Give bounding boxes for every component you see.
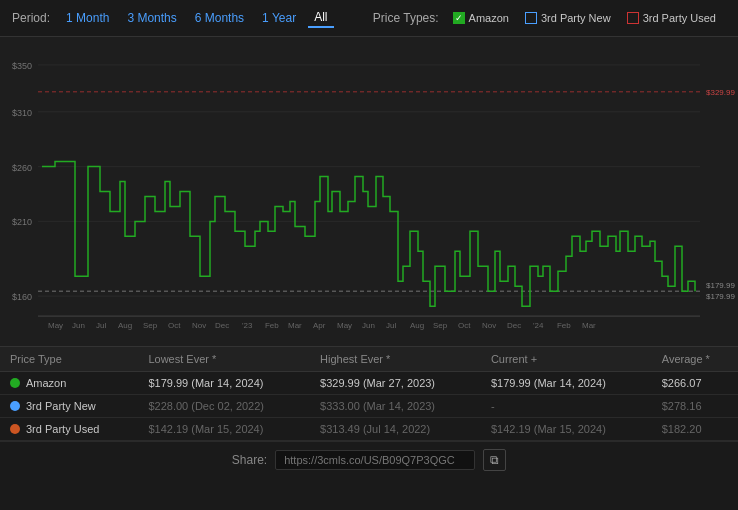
svg-text:$179.99: $179.99 [706,292,735,301]
share-bar: Share: ⧉ [0,441,738,478]
legend-third-used-label: 3rd Party Used [643,12,716,24]
col-highest: Highest Ever * [310,347,481,372]
svg-text:$310: $310 [12,108,32,118]
svg-text:Nov: Nov [192,321,206,330]
col-lowest: Lowest Ever * [138,347,310,372]
amazon-current: $179.99 (Mar 14, 2024) [481,372,652,395]
third-used-highest: $313.49 (Jul 14, 2022) [310,418,481,441]
table-row: 3rd Party Used $142.19 (Mar 15, 2024) $3… [0,418,738,441]
price-type-cell: 3rd Party Used [0,418,138,441]
third-new-box-icon [525,12,537,24]
copy-button[interactable]: ⧉ [483,449,506,471]
third-new-highest: $333.00 (Mar 14, 2023) [310,395,481,418]
svg-text:May: May [337,321,352,330]
price-types-label: Price Types: [373,11,439,25]
amazon-label: Amazon [26,377,66,389]
period-label: Period: [12,11,50,25]
chart-area: $350 $310 $260 $210 $160 $329.99 $179.99… [0,37,738,347]
svg-text:Jul: Jul [386,321,396,330]
price-table: Price Type Lowest Ever * Highest Ever * … [0,347,738,441]
third-new-lowest: $228.00 (Dec 02, 2022) [138,395,310,418]
col-current: Current + [481,347,652,372]
svg-text:Feb: Feb [265,321,279,330]
svg-text:Apr: Apr [313,321,326,330]
legend-third-new: 3rd Party New [525,12,611,24]
amazon-highest: $329.99 (Mar 27, 2023) [310,372,481,395]
table-row: 3rd Party New $228.00 (Dec 02, 2022) $33… [0,395,738,418]
legend-amazon-label: Amazon [469,12,509,24]
third-used-dot-icon [10,424,20,434]
third-used-average: $182.20 [652,418,738,441]
toolbar: Period: 1 Month 3 Months 6 Months 1 Year… [0,0,738,37]
period-1year[interactable]: 1 Year [256,9,302,27]
svg-text:Jun: Jun [362,321,375,330]
price-type-cell: 3rd Party New [0,395,138,418]
amazon-average: $266.07 [652,372,738,395]
svg-text:Oct: Oct [458,321,471,330]
table-row: Amazon $179.99 (Mar 14, 2024) $329.99 (M… [0,372,738,395]
third-used-label: 3rd Party Used [26,423,99,435]
svg-text:Jul: Jul [96,321,106,330]
svg-text:$160: $160 [12,292,32,302]
svg-text:Sep: Sep [143,321,158,330]
share-label: Share: [232,453,267,467]
amazon-dot-icon [10,378,20,388]
price-type-cell: Amazon [0,372,138,395]
svg-text:Mar: Mar [582,321,596,330]
svg-text:'23: '23 [242,321,253,330]
period-all[interactable]: All [308,8,333,28]
third-new-current: - [481,395,652,418]
period-3months[interactable]: 3 Months [121,9,182,27]
svg-text:May: May [48,321,63,330]
svg-text:Aug: Aug [118,321,132,330]
svg-text:Sep: Sep [433,321,448,330]
amazon-lowest: $179.99 (Mar 14, 2024) [138,372,310,395]
share-url-input[interactable] [275,450,475,470]
third-new-average: $278.16 [652,395,738,418]
col-average: Average * [652,347,738,372]
svg-text:'24: '24 [533,321,544,330]
svg-text:Dec: Dec [215,321,229,330]
third-new-label: 3rd Party New [26,400,96,412]
svg-text:Oct: Oct [168,321,181,330]
svg-text:$179.99: $179.99 [706,281,735,290]
svg-text:$260: $260 [12,163,32,173]
svg-text:Mar: Mar [288,321,302,330]
amazon-check-icon: ✓ [453,12,465,24]
svg-text:$329.99: $329.99 [706,88,735,97]
svg-text:Feb: Feb [557,321,571,330]
legend-amazon: ✓ Amazon [453,12,509,24]
price-chart: $350 $310 $260 $210 $160 $329.99 $179.99… [0,37,738,346]
svg-text:Aug: Aug [410,321,424,330]
third-used-lowest: $142.19 (Mar 15, 2024) [138,418,310,441]
period-6months[interactable]: 6 Months [189,9,250,27]
svg-text:$210: $210 [12,217,32,227]
period-1month[interactable]: 1 Month [60,9,115,27]
third-new-dot-icon [10,401,20,411]
svg-text:Dec: Dec [507,321,521,330]
svg-text:Jun: Jun [72,321,85,330]
legend-third-used: 3rd Party Used [627,12,716,24]
svg-text:$350: $350 [12,61,32,71]
legend-third-new-label: 3rd Party New [541,12,611,24]
third-used-current: $142.19 (Mar 15, 2024) [481,418,652,441]
col-price-type: Price Type [0,347,138,372]
third-used-box-icon [627,12,639,24]
svg-text:Nov: Nov [482,321,496,330]
